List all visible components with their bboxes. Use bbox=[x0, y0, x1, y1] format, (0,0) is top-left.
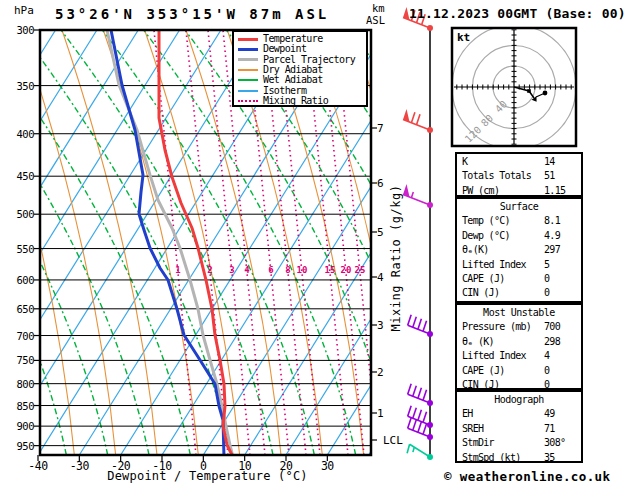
wind-barb bbox=[403, 109, 433, 133]
km-tick-label: 5 bbox=[377, 226, 384, 239]
temperature-tick-label: -40 bbox=[21, 459, 55, 473]
stat-value: 297 bbox=[544, 243, 576, 257]
km-tick-label: 2 bbox=[377, 366, 384, 379]
legend-line-sample bbox=[238, 38, 258, 41]
legend-item-label: Mixing Ratio bbox=[263, 96, 328, 106]
table-row: EH49 bbox=[462, 407, 576, 421]
table-row: SREH71 bbox=[462, 422, 576, 436]
table-row: Pressure (mb)700 bbox=[462, 320, 576, 334]
table-row: θₑ(K)297 bbox=[462, 243, 576, 257]
altitude-unit-label-asl: ASL bbox=[366, 14, 385, 26]
table-row: θₑ (K)298 bbox=[462, 335, 576, 349]
temperature-tick-label: 20 bbox=[269, 459, 303, 473]
legend-line-sample bbox=[238, 58, 258, 61]
wind-barb bbox=[403, 184, 433, 208]
pressure-tick-label: 550 bbox=[8, 243, 34, 255]
surface-table: SurfaceTemp (°C)8.1Dewp (°C)4.9θₑ(K)297L… bbox=[455, 197, 583, 303]
hodograph-table: HodographEH49SREH71StmDir308°StmSpd (kt)… bbox=[455, 390, 583, 463]
stat-value: 298 bbox=[544, 335, 576, 349]
pressure-tick-label: 500 bbox=[8, 208, 34, 220]
table-row: Totals Totals51 bbox=[462, 169, 576, 183]
stat-value: 8.1 bbox=[544, 214, 576, 228]
lcl-label: LCL bbox=[383, 434, 403, 447]
table-row: StmSpd (kt)35 bbox=[462, 451, 576, 465]
pressure-tick-label: 750 bbox=[8, 354, 34, 366]
stat-value: 51 bbox=[544, 169, 576, 183]
station-title: 53°26'N 353°15'W 87m ASL bbox=[55, 6, 329, 22]
stat-value: 0 bbox=[544, 364, 576, 378]
stat-label: Temp (°C) bbox=[462, 214, 510, 228]
legend: TemperatureDewpointParcel TrajectoryDry … bbox=[232, 30, 368, 107]
table-title: Most Unstable bbox=[462, 306, 576, 320]
stat-value: 4.9 bbox=[544, 229, 576, 243]
mixing-ratio-value-label: 1 bbox=[168, 265, 188, 275]
table-row: CAPE (J)0 bbox=[462, 364, 576, 378]
stat-label: Dewp (°C) bbox=[462, 229, 510, 243]
temperature-tick-label: -10 bbox=[145, 459, 179, 473]
pressure-unit-label: hPa bbox=[14, 4, 34, 17]
pressure-tick-label: 700 bbox=[8, 330, 34, 342]
legend-item-label: Dewpoint bbox=[263, 44, 306, 54]
legend-line-sample bbox=[238, 100, 258, 102]
km-tick-label: 3 bbox=[377, 319, 384, 332]
stat-label: StmDir bbox=[462, 436, 494, 450]
altitude-unit-label-km: km bbox=[372, 2, 385, 14]
km-tick-label: 4 bbox=[377, 271, 384, 284]
stat-value: 0 bbox=[544, 286, 576, 300]
table-row: CIN (J)0 bbox=[462, 286, 576, 300]
stat-label: Lifted Index bbox=[462, 258, 526, 272]
stat-value: 0 bbox=[544, 272, 576, 286]
table-row: Lifted Index4 bbox=[462, 349, 576, 363]
mixing-ratio-axis-label: Mixing Ratio (g/kg) bbox=[389, 185, 403, 332]
table-row: K14 bbox=[462, 155, 576, 169]
temperature-tick-label: -20 bbox=[104, 459, 138, 473]
stat-label: Pressure (mb) bbox=[462, 320, 531, 334]
stat-label: EH bbox=[462, 407, 473, 421]
site-credit: © weatheronline.co.uk bbox=[444, 469, 610, 484]
pressure-tick-label: 450 bbox=[8, 170, 34, 182]
table-row: Dewp (°C)4.9 bbox=[462, 229, 576, 243]
temperature-tick-label: -30 bbox=[62, 459, 96, 473]
mixing-ratio-value-label: 2 bbox=[200, 265, 220, 275]
table-row: Temp (°C)8.1 bbox=[462, 214, 576, 228]
stat-label: CIN (J) bbox=[462, 286, 499, 300]
km-tick-label: 7 bbox=[377, 122, 384, 135]
stat-label: Lifted Index bbox=[462, 349, 526, 363]
stat-label: CAPE (J) bbox=[462, 364, 505, 378]
km-tick-label: 6 bbox=[377, 177, 384, 190]
pressure-tick-label: 600 bbox=[8, 274, 34, 286]
stat-label: θₑ (K) bbox=[462, 335, 494, 349]
legend-line-sample bbox=[238, 69, 258, 71]
pressure-tick-label: 350 bbox=[8, 80, 34, 92]
pressure-tick-label: 900 bbox=[8, 420, 34, 432]
stat-value: 49 bbox=[544, 407, 576, 421]
legend-item: Wet Adiabat bbox=[238, 75, 366, 85]
stat-label: Totals Totals bbox=[462, 169, 531, 183]
legend-line-sample bbox=[238, 79, 258, 81]
pressure-tick-label: 300 bbox=[8, 24, 34, 36]
wind-barb bbox=[407, 444, 433, 460]
stat-value: 308° bbox=[544, 436, 576, 450]
temperature-tick-label: 30 bbox=[310, 459, 344, 473]
stat-label: StmSpd (kt) bbox=[462, 451, 521, 465]
stat-label: SREH bbox=[462, 422, 483, 436]
datetime-label: 11.12.2023 00GMT (Base: 00) bbox=[409, 6, 626, 21]
legend-item-label: Wet Adiabat bbox=[263, 75, 323, 85]
legend-line-sample bbox=[238, 90, 258, 92]
legend-line-sample bbox=[238, 48, 258, 51]
hodograph-unit-label: kt bbox=[457, 31, 470, 44]
mixing-ratio-value-label: 10 bbox=[292, 265, 312, 275]
legend-item: Mixing Ratio bbox=[238, 96, 366, 106]
pressure-tick-label: 850 bbox=[8, 400, 34, 412]
table-title: Hodograph bbox=[462, 393, 576, 407]
table-row: Lifted Index5 bbox=[462, 258, 576, 272]
mixing-ratio-value-label: 4 bbox=[237, 265, 257, 275]
skewt-sounding-app: 53°26'N 353°15'W 87m ASL 11.12.2023 00GM… bbox=[0, 0, 629, 486]
mixing-ratio-value-label: 25 bbox=[350, 265, 370, 275]
stat-label: θₑ(K) bbox=[462, 243, 489, 257]
stat-value: 35 bbox=[544, 451, 576, 465]
stat-value: 700 bbox=[544, 320, 576, 334]
pressure-tick-label: 650 bbox=[8, 303, 34, 315]
stat-label: CAPE (J) bbox=[462, 272, 505, 286]
pressure-tick-label: 800 bbox=[8, 378, 34, 390]
